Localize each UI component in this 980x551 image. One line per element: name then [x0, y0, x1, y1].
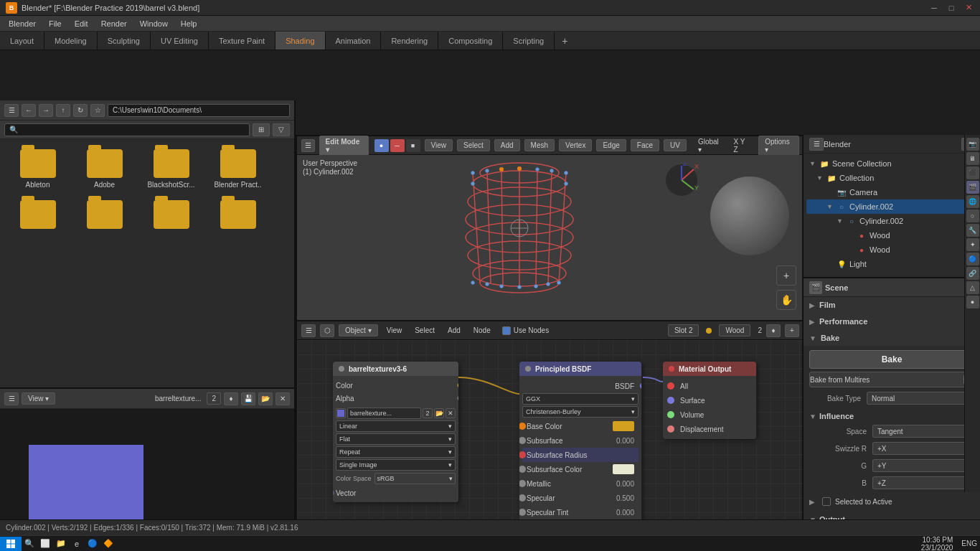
node-editor-menu[interactable]: ☰: [301, 324, 316, 337]
interpolation-dropdown[interactable]: Linear▾: [336, 420, 456, 432]
uv-btn[interactable]: UV: [664, 139, 687, 151]
maximize-button[interactable]: □: [946, 2, 957, 14]
swizzle-r-dropdown[interactable]: +X▾: [872, 442, 974, 455]
blender-taskbar-btn[interactable]: 🔶: [100, 537, 116, 551]
tab-sculpting[interactable]: Sculpting: [98, 32, 151, 50]
node-add-btn[interactable]: Add: [443, 325, 465, 336]
bsdf-subsurface-dropdown[interactable]: Christensen-Burley▾: [522, 406, 639, 418]
projection-dropdown[interactable]: Flat▾: [336, 433, 456, 445]
folder-8[interactable]: [207, 197, 268, 235]
menu-window[interactable]: Window: [134, 18, 174, 29]
source-dropdown[interactable]: Single Image▾: [336, 459, 456, 471]
metallic-input[interactable]: [519, 480, 526, 487]
view-dropdown[interactable]: View ▾: [22, 392, 55, 405]
tree-light[interactable]: 💡 Light 👁: [806, 257, 977, 271]
grid-view-button[interactable]: ⊞: [253, 123, 270, 136]
edge-btn-taskbar[interactable]: e: [69, 537, 85, 551]
outliner-menu[interactable]: ☰: [809, 138, 824, 151]
bsdf-distribution-dropdown[interactable]: GGX▾: [522, 393, 639, 405]
subsurface-input[interactable]: [519, 437, 526, 444]
base-color-input[interactable]: [519, 423, 526, 430]
menu-file[interactable]: File: [43, 18, 67, 29]
menu-render[interactable]: Render: [95, 18, 133, 29]
performance-section-header[interactable]: ▶ Performance: [804, 314, 980, 329]
folder-blackshot[interactable]: BlackshotScr...: [141, 146, 202, 192]
menu-edit[interactable]: Edit: [69, 18, 94, 29]
subsurface-color-swatch[interactable]: [613, 464, 634, 474]
bake-multires-button[interactable]: Bake from Multires: [809, 372, 974, 387]
displacement-input-dot[interactable]: [667, 425, 674, 433]
constraints-icon[interactable]: 🔗: [966, 278, 979, 280]
vertex-mode-btn[interactable]: ●: [374, 139, 389, 152]
load-img-btn[interactable]: 📂: [434, 408, 444, 418]
face-mode-btn[interactable]: ■: [406, 139, 420, 152]
tab-compositing[interactable]: Compositing: [438, 32, 503, 50]
add-workspace-button[interactable]: +: [555, 32, 575, 50]
data-props-icon[interactable]: △: [966, 281, 979, 294]
search-bar[interactable]: 🔍: [4, 123, 250, 136]
clear-img-btn[interactable]: ✕: [446, 408, 456, 418]
bake-type-dropdown[interactable]: Normal▾: [867, 392, 974, 405]
image-selector[interactable]: barreltexture...: [347, 408, 421, 419]
base-color-swatch[interactable]: [613, 421, 634, 431]
film-section-header[interactable]: ▶ Film: [804, 297, 980, 313]
minimize-button[interactable]: ─: [928, 2, 940, 14]
unlink-image[interactable]: ✕: [275, 392, 290, 405]
bake-section-header[interactable]: ▼ Bake: [804, 330, 980, 346]
viewport-menu[interactable]: ☰: [301, 139, 315, 152]
material-dropdown[interactable]: Wood: [719, 324, 750, 336]
tree-wood-1[interactable]: ● Wood: [806, 228, 977, 242]
extension-dropdown[interactable]: Repeat▾: [336, 446, 456, 458]
tex-color-output[interactable]: [457, 382, 458, 388]
menu-help[interactable]: Help: [175, 18, 203, 29]
editor-type-icon[interactable]: ⬡: [320, 324, 334, 337]
texture-node[interactable]: barreltexturev3-6 Color Alpha: [333, 362, 458, 502]
volume-input-dot[interactable]: [667, 411, 674, 418]
folder-blender[interactable]: Blender Pract..: [207, 146, 268, 192]
specular-input[interactable]: [519, 494, 526, 501]
tab-animation[interactable]: Animation: [326, 32, 382, 50]
up-button[interactable]: ↑: [56, 104, 70, 117]
save-external[interactable]: 💾: [241, 392, 255, 405]
task-view-btn[interactable]: ⬜: [37, 537, 53, 551]
object-mode-dropdown[interactable]: Object ▾: [339, 324, 378, 336]
hand-tool-button[interactable]: ✋: [776, 290, 796, 310]
use-fake-user[interactable]: ♦: [224, 392, 238, 405]
edge-btn[interactable]: Edge: [596, 139, 626, 151]
surface-input-dot[interactable]: [667, 397, 674, 404]
filter-button[interactable]: ▽: [273, 123, 290, 136]
tab-texture-paint[interactable]: Texture Paint: [209, 32, 275, 50]
face-btn[interactable]: Face: [631, 139, 659, 151]
folder-adobe[interactable]: Adobe: [74, 146, 135, 192]
folder-5[interactable]: [7, 197, 68, 235]
lower-panel-menu[interactable]: ☰: [4, 392, 19, 405]
node-view-btn[interactable]: View: [382, 325, 407, 336]
use-nodes-checkbox[interactable]: [502, 326, 511, 335]
edge-mode-btn[interactable]: ─: [390, 139, 405, 152]
space-dropdown[interactable]: Tangent▾: [872, 425, 974, 438]
tex-alpha-output[interactable]: [457, 395, 458, 401]
bake-button[interactable]: Bake: [809, 350, 974, 369]
subsurface-color-input[interactable]: [519, 466, 526, 473]
tree-wood-2[interactable]: ● Wood: [806, 242, 977, 257]
panel-menu-button[interactable]: ☰: [4, 104, 19, 117]
output-node[interactable]: Material Output All Surface Volume: [663, 362, 756, 439]
tree-cylinder002-sub[interactable]: ▼ ○ Cylinder.002: [806, 214, 977, 228]
menu-blender[interactable]: Blender: [3, 18, 42, 29]
node-node-btn[interactable]: Node: [469, 325, 495, 336]
select-btn[interactable]: Select: [457, 139, 490, 151]
search-taskbar-btn[interactable]: 🔍: [22, 537, 37, 551]
tree-collection[interactable]: ▼ 📁 Collection 👁: [806, 171, 977, 185]
vector-input-dot[interactable]: [333, 490, 334, 496]
tab-scripting[interactable]: Scripting: [503, 32, 555, 50]
subsurface-radius-input[interactable]: [519, 451, 526, 458]
refresh-button[interactable]: ↻: [73, 104, 88, 117]
mesh-btn[interactable]: Mesh: [524, 139, 555, 151]
path-bar[interactable]: C:\Users\win10\Documents\: [108, 104, 290, 117]
tab-layout[interactable]: Layout: [0, 32, 44, 50]
back-button[interactable]: ←: [22, 104, 36, 117]
material-props-icon[interactable]: ●: [966, 296, 979, 309]
color-space-dropdown[interactable]: sRGB▾: [374, 473, 456, 484]
bsdf-output-dot[interactable]: [640, 383, 641, 389]
tab-rendering[interactable]: Rendering: [381, 32, 438, 50]
